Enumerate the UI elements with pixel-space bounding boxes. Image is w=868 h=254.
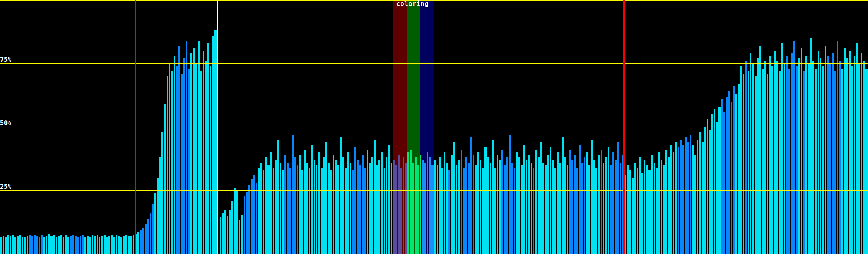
bar — [277, 140, 279, 254]
bar — [610, 165, 612, 254]
bar — [728, 91, 730, 254]
bar — [386, 157, 387, 254]
bar — [398, 155, 400, 254]
bar — [458, 160, 460, 254]
bar — [829, 64, 831, 254]
bar — [856, 43, 858, 254]
bar — [721, 99, 723, 254]
bar — [509, 135, 510, 254]
bar — [571, 160, 573, 254]
bar — [865, 69, 867, 254]
bar — [641, 173, 643, 254]
bar — [362, 155, 363, 254]
bar — [644, 160, 645, 254]
bar — [514, 168, 515, 254]
bar — [75, 236, 76, 254]
bar — [111, 235, 113, 254]
bar — [581, 163, 583, 254]
bar — [504, 165, 506, 254]
bar — [128, 236, 130, 254]
bar — [253, 175, 255, 254]
bar — [178, 46, 180, 254]
bar — [275, 160, 277, 254]
bar — [629, 170, 631, 254]
bar — [154, 193, 156, 254]
usage-chart: coloring 75%50%25% — [0, 0, 868, 254]
bar — [748, 71, 749, 254]
bar — [685, 137, 687, 254]
bar — [434, 160, 436, 254]
bar — [639, 157, 641, 254]
bar — [241, 215, 243, 254]
bar — [427, 152, 428, 254]
bar — [267, 165, 269, 254]
bar — [337, 165, 339, 254]
bar — [601, 150, 602, 254]
bar — [323, 157, 325, 254]
bar — [56, 237, 57, 254]
bar — [94, 236, 96, 254]
bar — [150, 213, 151, 254]
bar — [157, 178, 159, 254]
bar — [735, 94, 737, 254]
bar — [113, 237, 115, 254]
bar — [501, 150, 503, 254]
bar — [357, 160, 359, 254]
bar — [14, 237, 16, 254]
bar — [301, 170, 303, 254]
bar — [484, 147, 486, 254]
bar — [12, 235, 14, 254]
bar — [535, 150, 537, 254]
bar — [661, 160, 662, 254]
bar — [328, 163, 330, 254]
bar — [292, 135, 293, 254]
bar — [586, 152, 587, 254]
bar — [453, 142, 455, 254]
bar — [120, 237, 122, 254]
bar — [743, 74, 744, 254]
bar — [846, 58, 848, 254]
bar — [101, 236, 103, 254]
y-tick-label: 25% — [0, 183, 11, 190]
bar — [468, 163, 470, 254]
bar — [347, 152, 349, 254]
bar — [781, 43, 783, 254]
bar — [297, 165, 298, 254]
bar — [82, 235, 83, 254]
bar — [176, 66, 178, 254]
bar — [424, 163, 426, 254]
bar — [22, 237, 23, 254]
bar — [352, 170, 354, 254]
bar — [195, 64, 197, 254]
bar — [827, 56, 829, 254]
bar — [810, 38, 812, 254]
bar — [104, 235, 106, 254]
bar — [265, 157, 267, 254]
bar — [299, 155, 300, 254]
bar — [31, 236, 33, 254]
bar — [287, 163, 289, 254]
bar — [41, 235, 43, 254]
bar — [731, 102, 732, 254]
bar — [43, 237, 45, 254]
bar — [562, 137, 564, 254]
bar — [605, 157, 607, 254]
bar — [825, 46, 826, 254]
bar — [207, 43, 209, 254]
bar — [270, 152, 272, 254]
bar — [678, 147, 679, 254]
bar — [632, 178, 634, 254]
bar — [738, 84, 740, 254]
bar — [771, 66, 773, 254]
bar — [834, 71, 836, 254]
bar — [412, 163, 414, 254]
bar — [395, 165, 397, 254]
bar — [335, 160, 337, 254]
bar — [227, 216, 228, 254]
bar — [723, 112, 725, 254]
bar — [258, 168, 260, 254]
bar — [567, 165, 568, 254]
bar — [726, 97, 727, 254]
bar — [422, 160, 424, 254]
bar — [798, 58, 800, 254]
